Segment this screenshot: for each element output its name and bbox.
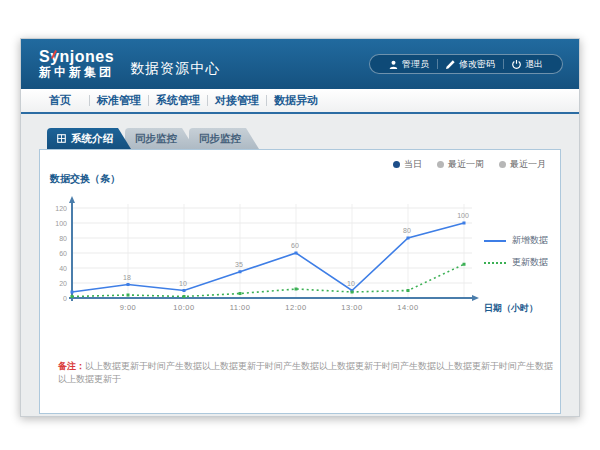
- point-value-label: 10: [179, 280, 187, 287]
- change-password-button[interactable]: 修改密码: [438, 58, 503, 71]
- tab-system-intro[interactable]: 系统介绍: [47, 128, 131, 149]
- point-value-label: 80: [403, 227, 411, 234]
- user-toolbar: 管理员 修改密码 退出: [369, 54, 563, 74]
- filter-today[interactable]: 当日: [393, 158, 422, 171]
- data-point[interactable]: [295, 252, 298, 255]
- power-icon: [512, 60, 521, 69]
- user-icon: [389, 60, 398, 69]
- page-title: 数据资源中心: [130, 60, 220, 78]
- document-grid-icon: [57, 134, 66, 143]
- data-point[interactable]: [71, 295, 74, 298]
- data-point[interactable]: [183, 289, 186, 292]
- tab-sync-monitor-1[interactable]: 同步监控: [125, 128, 195, 149]
- filter-last-month[interactable]: 最近一月: [499, 158, 546, 171]
- data-point[interactable]: [407, 289, 410, 292]
- range-filters: 当日 最近一周 最近一月: [393, 158, 546, 171]
- y-tick-label: 100: [55, 220, 67, 227]
- x-tick-label: 10:00: [173, 303, 194, 312]
- dotted-line-swatch-icon: [484, 262, 506, 264]
- x-tick-label: 13:00: [341, 303, 362, 312]
- y-tick-label: 60: [59, 250, 67, 257]
- logo-text-cn: 新中新集团: [39, 66, 114, 79]
- note-label: 备注：: [58, 361, 85, 371]
- nav-item-home[interactable]: 首页: [31, 93, 89, 108]
- filter-last-week[interactable]: 最近一周: [437, 158, 484, 171]
- y-tick-label: 80: [59, 235, 67, 242]
- point-value-label: 18: [123, 274, 131, 281]
- data-point[interactable]: [463, 263, 466, 266]
- chart-card: 当日 最近一周 最近一月 数据交换（条） 0204060801001209:00…: [39, 149, 561, 414]
- edit-icon: [446, 60, 455, 69]
- radio-dot-icon: [499, 161, 506, 168]
- y-tick-label: 20: [59, 280, 67, 287]
- solid-line-swatch-icon: [484, 240, 506, 242]
- y-tick-label: 0: [63, 295, 67, 302]
- y-tick-label: 120: [55, 205, 67, 212]
- data-point[interactable]: [183, 295, 186, 298]
- data-point[interactable]: [127, 283, 130, 286]
- nav-item-interface-mgmt[interactable]: 对接管理: [208, 93, 266, 108]
- legend-item-update-data[interactable]: 更新数据: [484, 256, 548, 269]
- data-point[interactable]: [295, 288, 298, 291]
- x-axis-arrow-icon: [472, 295, 479, 301]
- y-axis-arrow-icon: [69, 196, 75, 203]
- x-tick-label: 9:00: [120, 303, 137, 312]
- tab-bar: 系统介绍 同步监控 同步监控: [47, 128, 561, 149]
- app-window: Synjones 新中新集团 数据资源中心 管理员 修改密码 退出 首页: [20, 38, 580, 417]
- point-value-label: 60: [291, 242, 299, 249]
- x-tick-label: 12:00: [285, 303, 306, 312]
- tab-sync-monitor-2[interactable]: 同步监控: [189, 128, 259, 149]
- point-value-label: 10: [347, 280, 355, 287]
- radio-dot-icon: [437, 161, 444, 168]
- chart-legend: 新增数据 更新数据: [484, 234, 548, 278]
- footer-note: 备注：以上数据更新于时间产生数据以上数据更新于时间产生数据以上数据更新于时间产生…: [58, 360, 558, 386]
- current-user-button[interactable]: 管理员: [381, 58, 437, 71]
- y-axis-title: 数据交换（条）: [50, 172, 120, 186]
- data-point[interactable]: [463, 222, 466, 225]
- data-point[interactable]: [239, 292, 242, 295]
- app-header: Synjones 新中新集团 数据资源中心 管理员 修改密码 退出: [21, 39, 579, 89]
- radio-dot-icon: [393, 161, 400, 168]
- point-value-label: 35: [235, 261, 243, 268]
- nav-item-standard-mgmt[interactable]: 标准管理: [90, 93, 148, 108]
- y-tick-label: 40: [59, 265, 67, 272]
- content-area: 系统介绍 同步监控 同步监控 当日 最近一周: [21, 114, 579, 418]
- data-point[interactable]: [407, 237, 410, 240]
- data-point[interactable]: [127, 294, 130, 297]
- point-value-label: 100: [457, 212, 469, 219]
- note-text: 以上数据更新于时间产生数据以上数据更新于时间产生数据以上数据更新于时间产生数据以…: [58, 361, 553, 384]
- legend-item-new-data[interactable]: 新增数据: [484, 234, 548, 247]
- nav-item-data-change[interactable]: 数据异动: [267, 93, 325, 108]
- data-point[interactable]: [71, 291, 74, 294]
- x-tick-label: 14:00: [397, 303, 418, 312]
- x-axis-title: 日期（小时）: [484, 303, 538, 313]
- logout-button[interactable]: 退出: [504, 58, 551, 71]
- data-point[interactable]: [351, 291, 354, 294]
- nav-item-system-mgmt[interactable]: 系统管理: [149, 93, 207, 108]
- main-nav: 首页 标准管理 系统管理 对接管理 数据异动: [21, 89, 579, 114]
- data-point[interactable]: [239, 270, 242, 273]
- x-tick-label: 11:00: [230, 303, 251, 312]
- company-logo: Synjones 新中新集团: [39, 49, 114, 78]
